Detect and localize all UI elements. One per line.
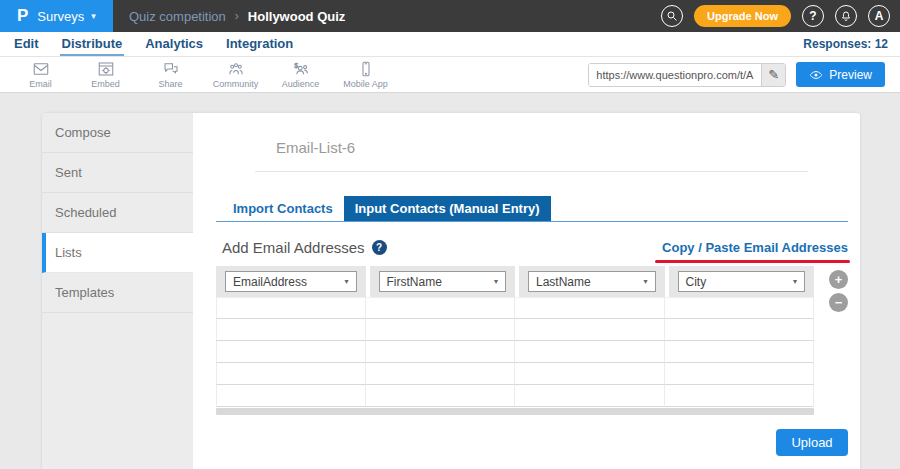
contact-cell[interactable] bbox=[216, 341, 366, 363]
contact-cell[interactable] bbox=[366, 385, 516, 407]
survey-url-group: ✎ bbox=[588, 63, 786, 87]
svg-text:$: $ bbox=[294, 62, 298, 69]
tab-import-contacts[interactable]: Import Contacts bbox=[222, 196, 344, 221]
remove-row-button[interactable]: − bbox=[829, 293, 848, 312]
add-row-button[interactable]: + bbox=[829, 270, 848, 289]
breadcrumb-current: Hollywood Quiz bbox=[248, 9, 346, 24]
row-buttons: + − bbox=[829, 266, 848, 312]
email-lists-panel: Compose Sent Scheduled Lists Templates E… bbox=[42, 113, 860, 469]
contact-cell[interactable] bbox=[216, 385, 366, 407]
copy-paste-link[interactable]: Copy / Paste Email Addresses bbox=[662, 240, 848, 255]
chevron-down-icon: ▾ bbox=[643, 277, 647, 286]
nav-item-distribute[interactable]: Distribute bbox=[60, 33, 125, 56]
breadcrumb-separator-icon: › bbox=[235, 9, 239, 23]
section-title: Add Email Addresses ? bbox=[222, 239, 387, 256]
survey-nav: Edit Distribute Analytics Integration Re… bbox=[0, 32, 900, 57]
red-annotation-underline bbox=[655, 260, 850, 263]
topbar-actions: Upgrade Now ? A bbox=[661, 5, 900, 27]
breadcrumb: Quiz competition › Hollywood Quiz bbox=[129, 9, 345, 24]
sidebar-item-compose[interactable]: Compose bbox=[42, 113, 193, 153]
chevron-down-icon: ▾ bbox=[344, 277, 348, 286]
contacts-table-body bbox=[216, 297, 814, 407]
contact-cell[interactable] bbox=[515, 319, 665, 341]
sidebar-item-templates[interactable]: Templates bbox=[42, 273, 193, 313]
list-detail: Email-List-6 Import Contacts Input Conta… bbox=[193, 113, 871, 469]
contact-cell[interactable] bbox=[515, 297, 665, 319]
help-icon[interactable]: ? bbox=[372, 240, 387, 255]
add-emails-header: Add Email Addresses ? Copy / Paste Email… bbox=[216, 239, 848, 256]
preview-button[interactable]: Preview bbox=[796, 62, 885, 87]
table-row bbox=[216, 385, 814, 407]
product-switcher[interactable]: P Surveys ▾ bbox=[0, 0, 113, 32]
chevron-down-icon: ▾ bbox=[494, 277, 498, 286]
table-row bbox=[216, 341, 814, 363]
pencil-icon: ✎ bbox=[768, 67, 779, 82]
tab-input-contacts[interactable]: Input Contacts (Manual Entry) bbox=[344, 196, 551, 221]
contact-cell[interactable] bbox=[216, 363, 366, 385]
survey-link-group: ✎ Preview bbox=[588, 62, 892, 87]
channel-mobile-app[interactable]: Mobile App bbox=[333, 58, 398, 92]
table-row bbox=[216, 297, 814, 319]
contact-cell[interactable] bbox=[366, 297, 516, 319]
column-select-lastname[interactable]: LastName▾ bbox=[528, 271, 656, 292]
column-mapping-row: EmailAddress▾ FirstName▾ LastName▾ City▾ bbox=[216, 266, 814, 297]
channel-audience[interactable]: $ Audience bbox=[268, 58, 333, 92]
contact-cell[interactable] bbox=[216, 319, 366, 341]
upload-button[interactable]: Upload bbox=[776, 429, 848, 456]
sidebar-item-sent[interactable]: Sent bbox=[42, 153, 193, 193]
chevron-down-icon: ▾ bbox=[91, 11, 96, 21]
column-select-firstname[interactable]: FirstName▾ bbox=[379, 271, 507, 292]
audience-icon: $ bbox=[292, 60, 310, 78]
channel-share[interactable]: Share bbox=[138, 58, 203, 92]
column-select-emailaddress[interactable]: EmailAddress▾ bbox=[225, 271, 357, 292]
nav-item-analytics[interactable]: Analytics bbox=[143, 33, 205, 56]
contact-cell[interactable] bbox=[515, 385, 665, 407]
questionpro-logo[interactable]: P bbox=[17, 6, 28, 26]
contact-cell[interactable] bbox=[515, 363, 665, 385]
contact-cell[interactable] bbox=[515, 341, 665, 363]
contact-cell[interactable] bbox=[665, 385, 815, 407]
contact-cell[interactable] bbox=[665, 319, 815, 341]
table-row bbox=[216, 363, 814, 385]
email-icon bbox=[32, 60, 50, 78]
channel-embed[interactable]: Embed bbox=[73, 58, 138, 92]
contact-cell[interactable] bbox=[366, 341, 516, 363]
embed-icon bbox=[97, 60, 115, 78]
sidebar-item-lists[interactable]: Lists bbox=[42, 233, 193, 273]
chevron-down-icon: ▾ bbox=[793, 277, 797, 286]
mobile-app-icon bbox=[357, 60, 375, 78]
contact-cell[interactable] bbox=[366, 363, 516, 385]
help-button[interactable]: ? bbox=[802, 5, 824, 27]
search-icon bbox=[666, 10, 678, 22]
nav-item-edit[interactable]: Edit bbox=[12, 33, 41, 56]
notifications-button[interactable] bbox=[835, 5, 857, 27]
contacts-tabs: Import Contacts Input Contacts (Manual E… bbox=[216, 196, 848, 222]
nav-item-integration[interactable]: Integration bbox=[224, 33, 295, 56]
contact-cell[interactable] bbox=[366, 319, 516, 341]
table-row bbox=[216, 319, 814, 341]
email-sidebar: Compose Sent Scheduled Lists Templates bbox=[42, 113, 193, 469]
bell-icon bbox=[840, 10, 852, 22]
upgrade-button[interactable]: Upgrade Now bbox=[694, 5, 791, 27]
contact-cell[interactable] bbox=[665, 363, 815, 385]
contacts-table-zone: EmailAddress▾ FirstName▾ LastName▾ City▾… bbox=[216, 266, 848, 415]
horizontal-scrollbar[interactable] bbox=[216, 408, 814, 415]
survey-url-input[interactable] bbox=[589, 64, 761, 86]
channel-community[interactable]: Community bbox=[203, 58, 268, 92]
contacts-table-wrap: EmailAddress▾ FirstName▾ LastName▾ City▾ bbox=[216, 266, 814, 415]
search-button[interactable] bbox=[661, 5, 683, 27]
share-icon bbox=[162, 60, 180, 78]
contact-cell[interactable] bbox=[665, 341, 815, 363]
channel-email[interactable]: Email bbox=[8, 58, 73, 92]
avatar[interactable]: A bbox=[868, 5, 890, 27]
column-select-city[interactable]: City▾ bbox=[678, 271, 806, 292]
contact-cell[interactable] bbox=[665, 297, 815, 319]
community-icon bbox=[227, 60, 245, 78]
product-switcher-label: Surveys bbox=[37, 9, 84, 24]
responses-badge: Responses: 12 bbox=[803, 37, 888, 51]
sidebar-item-scheduled[interactable]: Scheduled bbox=[42, 193, 193, 233]
breadcrumb-parent[interactable]: Quiz competition bbox=[129, 9, 226, 24]
edit-url-button[interactable]: ✎ bbox=[761, 64, 785, 86]
eye-icon bbox=[809, 68, 823, 82]
contact-cell[interactable] bbox=[216, 297, 366, 319]
